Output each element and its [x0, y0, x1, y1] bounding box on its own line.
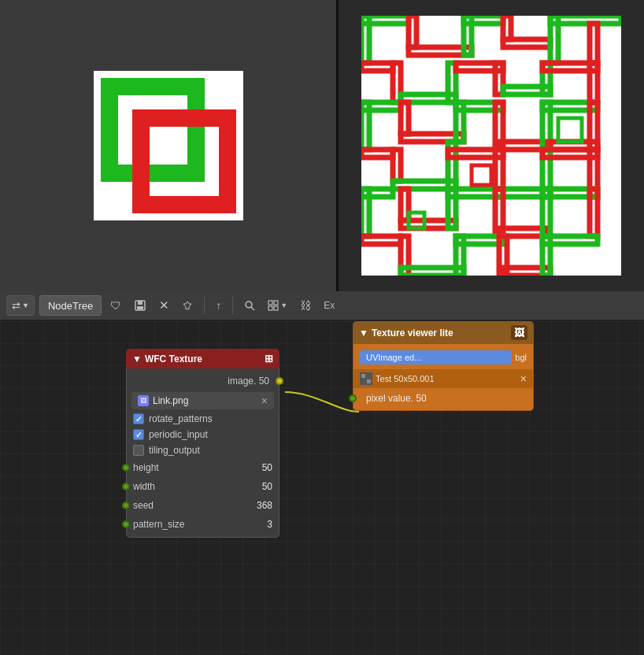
wfc-width-value: 50 — [262, 481, 272, 492]
pin-icon-btn[interactable] — [178, 298, 197, 313]
node-editor-icon: ⇄ — [12, 300, 20, 312]
top-viewport-area — [0, 0, 644, 291]
file-icon: 🖼 — [138, 395, 149, 406]
wfc-seed-value: 368 — [257, 500, 272, 511]
dropdown-arrow-icon: ▼ — [22, 302, 29, 309]
wfc-pattern-size-value: 3 — [267, 519, 272, 530]
wfc-pattern-size-label: pattern_size — [133, 519, 184, 530]
wfc-file-close-btn[interactable]: × — [261, 394, 268, 407]
toolbar: ⇄ ▼ NodeTree 🛡 ✕ ↑ ▼ ⛓ Ex — [0, 291, 644, 321]
node-editor[interactable]: ▼ WFC Texture ⊞ image. 50 🖼 Link.png × ✓ — [0, 321, 644, 655]
close-file-btn[interactable]: ✕ — [155, 297, 173, 314]
wfc-seed-socket[interactable] — [122, 501, 130, 509]
wfc-node-settings-icon[interactable]: ⊞ — [265, 353, 273, 365]
svg-rect-72 — [137, 306, 143, 309]
test-image-close-btn[interactable]: × — [520, 372, 527, 385]
wfc-rotate-patterns-label: rotate_patterns — [149, 413, 213, 424]
wfc-image-output-label: image. 50 — [228, 376, 269, 387]
wfc-width-socket[interactable] — [122, 483, 130, 490]
wfc-height-value: 50 — [262, 462, 272, 473]
wfc-file-row[interactable]: 🖼 Link.png × — [131, 392, 274, 409]
wfc-width-label: width — [133, 481, 155, 492]
periodic-check-icon: ✓ — [135, 431, 142, 439]
wfc-node-body: image. 50 🖼 Link.png × ✓ rotate_patterns… — [126, 368, 279, 538]
node-editor-type-btn[interactable]: ⇄ ▼ — [6, 295, 35, 316]
separator-2 — [232, 297, 233, 314]
wfc-texture-node: ▼ WFC Texture ⊞ image. 50 🖼 Link.png × ✓ — [126, 349, 279, 538]
shield-icon-btn[interactable]: 🛡 — [106, 298, 125, 313]
texture-node-title: Texture viewer lite — [372, 328, 453, 339]
wfc-height-label: height — [133, 462, 159, 473]
extra-btn[interactable]: Ex — [320, 298, 339, 313]
texture-uv-row: UVImage ed... bgl — [353, 347, 533, 368]
texture-collapse-icon: ▼ — [359, 328, 368, 339]
left-viewport — [0, 0, 339, 291]
right-viewport — [339, 0, 644, 291]
uv-image-editor-btn[interactable]: UVImage ed... — [360, 350, 512, 365]
rotate-check-icon: ✓ — [135, 415, 142, 424]
texture-viewer-node: ▼ Texture viewer lite 🖼 UVImage ed... bg… — [353, 321, 534, 411]
wfc-height-socket[interactable] — [122, 464, 130, 472]
wfc-periodic-input-checkbox[interactable]: ✓ — [133, 429, 144, 440]
wfc-collapse-icon: ▼ — [132, 353, 142, 365]
link-png-preview — [94, 71, 243, 220]
wfc-pattern-size-socket[interactable] — [122, 520, 130, 528]
svg-line-74 — [251, 307, 254, 310]
connection-lines — [0, 321, 644, 655]
svg-point-73 — [246, 302, 252, 308]
wfc-output-canvas — [361, 16, 621, 276]
wfc-height-row: height 50 — [127, 458, 279, 477]
wfc-periodic-input-row[interactable]: ✓ periodic_input — [127, 427, 279, 442]
wfc-pattern-size-row: pattern_size 3 — [127, 515, 279, 534]
wfc-seed-label: seed — [133, 500, 154, 511]
bgl-label: bgl — [515, 353, 527, 362]
texture-test-image-row: Test 50x50.001 × — [353, 369, 533, 388]
texture-node-menu-icon[interactable]: 🖼 — [511, 325, 527, 340]
wfc-tiling-output-checkbox[interactable] — [133, 445, 144, 456]
svg-rect-81 — [367, 379, 371, 383]
save-icon-btn[interactable] — [130, 298, 150, 313]
wfc-node-title: WFC Texture — [145, 353, 202, 365]
wfc-rotate-patterns-checkbox[interactable]: ✓ — [133, 413, 144, 424]
grid-overlay-btn[interactable]: ▼ — [264, 298, 291, 313]
svg-rect-75 — [268, 301, 272, 305]
wfc-tiling-output-label: tiling_output — [149, 445, 200, 456]
svg-rect-78 — [274, 306, 278, 310]
wfc-image-output-row: image. 50 — [127, 372, 279, 390]
test-image-name: Test 50x50.001 — [376, 374, 517, 383]
texture-node-header[interactable]: ▼ Texture viewer lite 🖼 — [353, 321, 534, 344]
svg-rect-71 — [138, 301, 142, 305]
wfc-tiling-output-row[interactable]: tiling_output — [127, 442, 279, 458]
separator-1 — [204, 297, 205, 314]
test-image-icon — [360, 372, 372, 385]
wfc-periodic-input-label: periodic_input — [149, 429, 208, 440]
texture-pixel-socket[interactable] — [349, 394, 357, 402]
wfc-seed-row: seed 368 — [127, 496, 279, 515]
svg-rect-80 — [361, 374, 365, 378]
search-btn[interactable] — [240, 298, 259, 313]
node-tree-title[interactable]: NodeTree — [39, 295, 102, 316]
back-arrow-btn[interactable]: ↑ — [212, 298, 225, 313]
wfc-rotate-patterns-row[interactable]: ✓ rotate_patterns — [127, 411, 279, 427]
svg-rect-76 — [274, 301, 278, 305]
wfc-file-name: Link.png — [153, 395, 257, 406]
link-btn[interactable]: ⛓ — [296, 298, 315, 313]
wfc-node-header[interactable]: ▼ WFC Texture ⊞ — [126, 349, 279, 368]
svg-rect-77 — [268, 306, 272, 310]
wfc-width-row: width 50 — [127, 477, 279, 496]
texture-node-body: UVImage ed... bgl Test 50x50.001 × — [353, 344, 534, 411]
wfc-image-output-socket[interactable] — [276, 377, 283, 385]
texture-pixel-row: pixel value. 50 — [353, 390, 533, 407]
texture-pixel-label: pixel value. 50 — [360, 393, 427, 404]
